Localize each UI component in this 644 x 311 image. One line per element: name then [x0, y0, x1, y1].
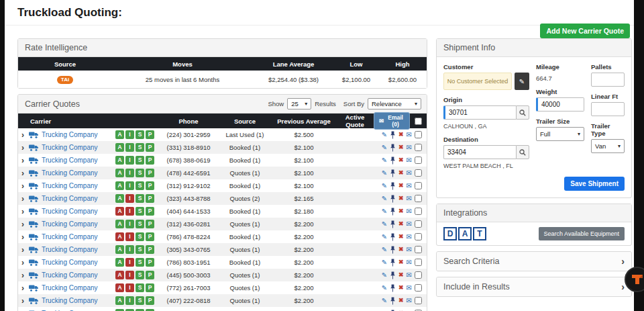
- row-checkbox[interactable]: [415, 195, 422, 202]
- edit-quote-icon[interactable]: ✎: [382, 247, 387, 253]
- pin-icon[interactable]: [390, 182, 396, 190]
- remove-icon[interactable]: ✖: [398, 285, 404, 291]
- edit-customer-button[interactable]: ✎: [515, 73, 529, 90]
- email-icon[interactable]: ✉: [407, 144, 412, 151]
- row-checkbox[interactable]: [415, 259, 422, 266]
- remove-icon[interactable]: ✖: [398, 144, 404, 150]
- remove-icon[interactable]: ✖: [398, 259, 404, 265]
- edit-quote-icon[interactable]: ✎: [382, 144, 387, 151]
- carrier-name-link[interactable]: Trucking Company: [42, 220, 113, 228]
- remove-icon[interactable]: ✖: [398, 157, 404, 163]
- row-expander-icon[interactable]: ›: [21, 182, 26, 190]
- remove-icon[interactable]: ✖: [398, 170, 404, 176]
- remove-icon[interactable]: ✖: [398, 183, 404, 189]
- row-checkbox[interactable]: [415, 208, 422, 215]
- carrier-name-link[interactable]: Trucking Company: [42, 297, 113, 304]
- row-expander-icon[interactable]: ›: [21, 195, 26, 203]
- row-expander-icon[interactable]: ›: [21, 208, 26, 216]
- carrier-name-link[interactable]: Trucking Company: [42, 259, 113, 266]
- row-expander-icon[interactable]: ›: [21, 233, 26, 241]
- carrier-name-link[interactable]: Trucking Company: [42, 131, 113, 138]
- edit-quote-icon[interactable]: ✎: [382, 208, 387, 215]
- edit-quote-icon[interactable]: ✎: [382, 183, 387, 189]
- pin-icon[interactable]: [390, 233, 396, 241]
- remove-icon[interactable]: ✖: [398, 195, 404, 202]
- linear-ft-input[interactable]: [591, 102, 625, 116]
- pin-icon[interactable]: [390, 131, 396, 139]
- remove-icon[interactable]: ✖: [398, 221, 404, 227]
- email-icon[interactable]: ✉: [407, 221, 412, 228]
- email-icon[interactable]: ✉: [407, 298, 412, 304]
- row-checkbox[interactable]: [415, 131, 422, 138]
- pin-icon[interactable]: [390, 297, 396, 305]
- row-checkbox[interactable]: [415, 297, 422, 304]
- carrier-name-link[interactable]: Trucking Company: [42, 144, 113, 151]
- email-icon[interactable]: ✉: [407, 272, 412, 279]
- pin-icon[interactable]: [390, 220, 396, 228]
- edit-quote-icon[interactable]: ✎: [382, 285, 387, 292]
- row-checkbox[interactable]: [415, 246, 422, 253]
- pin-icon[interactable]: [390, 259, 396, 267]
- email-icon[interactable]: ✉: [407, 195, 412, 202]
- email-selected-button[interactable]: ✉ Email (0): [374, 112, 410, 130]
- destination-search-button[interactable]: [516, 145, 529, 159]
- row-expander-icon[interactable]: ›: [21, 284, 26, 292]
- add-new-carrier-quote-button[interactable]: Add New Carrier Quote: [540, 24, 630, 38]
- remove-icon[interactable]: ✖: [398, 298, 404, 304]
- carrier-name-link[interactable]: Trucking Company: [42, 284, 113, 292]
- row-checkbox[interactable]: [415, 271, 422, 279]
- row-expander-icon[interactable]: ›: [21, 246, 26, 254]
- row-expander-icon[interactable]: ›: [21, 220, 26, 228]
- pin-icon[interactable]: [390, 271, 396, 279]
- row-checkbox[interactable]: [415, 157, 422, 164]
- edit-quote-icon[interactable]: ✎: [382, 195, 387, 202]
- row-checkbox[interactable]: [415, 284, 422, 292]
- select-all-checkbox[interactable]: [415, 118, 422, 125]
- pin-icon[interactable]: [390, 246, 396, 254]
- sort-by-select[interactable]: Relevance ▾: [368, 98, 421, 109]
- pin-icon[interactable]: [390, 284, 396, 292]
- trailer-size-select[interactable]: Full ▾: [536, 127, 584, 141]
- row-checkbox[interactable]: [415, 169, 422, 177]
- remove-icon[interactable]: ✖: [398, 132, 404, 138]
- destination-input[interactable]: [443, 145, 516, 159]
- row-expander-icon[interactable]: ›: [21, 144, 26, 152]
- trailer-type-select[interactable]: Van ▾: [591, 139, 625, 153]
- email-icon[interactable]: ✉: [407, 170, 412, 177]
- email-icon[interactable]: ✉: [407, 234, 412, 240]
- remove-icon[interactable]: ✖: [398, 234, 404, 240]
- show-results-select[interactable]: 25 ▾: [287, 98, 311, 109]
- pin-icon[interactable]: [390, 208, 396, 216]
- row-expander-icon[interactable]: ›: [21, 271, 26, 279]
- origin-search-button[interactable]: [516, 105, 529, 120]
- remove-icon[interactable]: ✖: [398, 272, 404, 278]
- carrier-name-link[interactable]: Trucking Company: [42, 246, 113, 253]
- email-icon[interactable]: ✉: [407, 259, 412, 266]
- pallets-input[interactable]: [591, 73, 625, 87]
- carrier-name-link[interactable]: Trucking Company: [42, 182, 113, 189]
- carrier-name-link[interactable]: Trucking Company: [42, 233, 113, 240]
- edit-quote-icon[interactable]: ✎: [382, 272, 387, 279]
- email-icon[interactable]: ✉: [407, 183, 412, 189]
- edit-quote-icon[interactable]: ✎: [382, 157, 387, 164]
- email-icon[interactable]: ✉: [407, 247, 412, 253]
- remove-icon[interactable]: ✖: [398, 247, 404, 253]
- edit-quote-icon[interactable]: ✎: [382, 259, 387, 266]
- pin-icon[interactable]: [390, 195, 396, 203]
- edit-quote-icon[interactable]: ✎: [382, 221, 387, 228]
- include-in-results-header[interactable]: Include in Results ›: [437, 277, 631, 296]
- pin-icon[interactable]: [390, 157, 396, 165]
- email-icon[interactable]: ✉: [407, 208, 412, 215]
- carrier-name-link[interactable]: Trucking Company: [42, 271, 113, 279]
- save-shipment-button[interactable]: Save Shipment: [564, 177, 625, 191]
- carrier-name-link[interactable]: Trucking Company: [42, 157, 113, 164]
- edit-quote-icon[interactable]: ✎: [382, 234, 387, 240]
- row-expander-icon[interactable]: ›: [21, 157, 26, 165]
- email-icon[interactable]: ✉: [407, 157, 412, 164]
- row-expander-icon[interactable]: ›: [21, 131, 26, 139]
- row-expander-icon[interactable]: ›: [21, 169, 26, 177]
- weight-input[interactable]: [536, 97, 584, 112]
- origin-input[interactable]: [443, 105, 516, 120]
- row-checkbox[interactable]: [415, 220, 422, 228]
- edit-quote-icon[interactable]: ✎: [382, 298, 387, 304]
